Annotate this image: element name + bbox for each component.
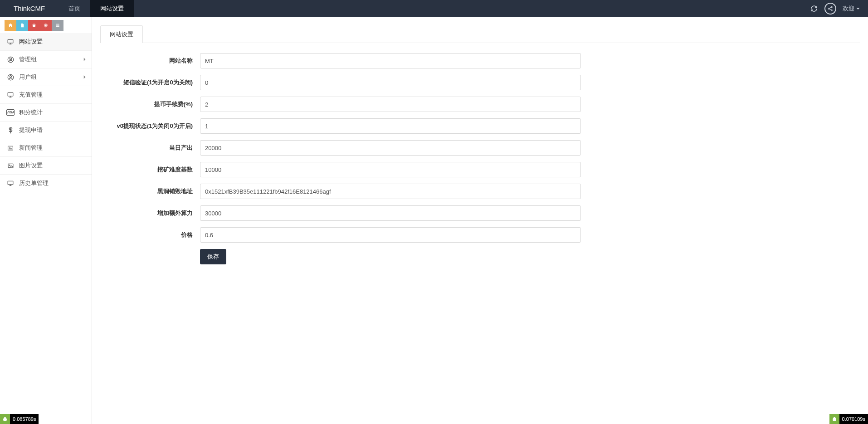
input-sms[interactable]: [200, 75, 581, 90]
label-fee: 提币手续费(%): [100, 100, 200, 108]
sidebar-item-points[interactable]: VISA 积分统计: [0, 103, 92, 121]
sidebar-item-site-settings[interactable]: 网站设置: [0, 33, 92, 50]
form-row: 网站名称: [100, 53, 608, 68]
user-menu-label: 欢迎: [843, 5, 854, 13]
svg-point-2: [831, 10, 833, 11]
image-icon: [6, 162, 15, 169]
svg-rect-25: [8, 181, 13, 185]
brand-logo[interactable]: ThinkCMF: [0, 0, 59, 17]
sidebar-item-news[interactable]: 新闻管理: [0, 139, 92, 156]
sidebar-menu: 网站设置 管理组 用户组 充值管理 VISA 积分统计: [0, 33, 92, 192]
save-button[interactable]: 保存: [200, 249, 226, 264]
input-extra-hash[interactable]: [200, 205, 581, 221]
sidebar-item-history[interactable]: 历史单管理: [0, 174, 92, 192]
label-extra-hash: 增加额外算力: [100, 209, 200, 217]
svg-rect-6: [56, 24, 59, 24]
caret-down-icon: [856, 8, 860, 10]
label-burn-address: 黑洞销毁地址: [100, 187, 200, 195]
user-circle-icon: [6, 56, 15, 63]
toolbar-gear-button[interactable]: [40, 20, 52, 31]
sidebar-item-recharge[interactable]: 充值管理: [0, 86, 92, 103]
refresh-icon[interactable]: [810, 5, 818, 13]
input-burn-address[interactable]: [200, 184, 581, 199]
svg-rect-9: [8, 39, 13, 43]
label-price: 价格: [100, 231, 200, 239]
svg-line-3: [829, 7, 831, 8]
sidebar-item-images[interactable]: 图片设置: [0, 156, 92, 174]
chevron-right-icon: [83, 75, 86, 79]
news-icon: [6, 145, 15, 151]
sidebar-item-label: 历史单管理: [19, 179, 49, 187]
svg-line-4: [829, 9, 831, 10]
svg-rect-23: [8, 164, 13, 168]
nav-home[interactable]: 首页: [59, 0, 90, 17]
label-sms: 短信验证(1为开启0为关闭): [100, 78, 200, 87]
toolbar-home-button[interactable]: [5, 20, 16, 31]
sidebar-item-label: 新闻管理: [19, 144, 43, 152]
sidebar-item-label: 网站设置: [19, 38, 43, 46]
input-fee[interactable]: [200, 97, 581, 112]
svg-point-1: [831, 6, 833, 8]
label-v0: v0提现状态(1为关闭0为开启): [100, 122, 200, 130]
tabs: 网站设置: [100, 25, 860, 43]
sidebar-item-label: 用户组: [19, 73, 37, 81]
chevron-right-icon: [83, 57, 86, 62]
settings-form: 网站名称 短信验证(1为开启0为关闭) 提币手续费(%) v0提现状态(1为关闭…: [100, 53, 608, 264]
leaf-icon: [0, 414, 10, 424]
monitor-icon: [6, 92, 15, 98]
debug-timer-right: 0.070109s: [829, 414, 868, 424]
label-daily: 当日产出: [100, 144, 200, 152]
main-content: 网站设置 网站名称 短信验证(1为开启0为关闭) 提币手续费(%) v0提现状态…: [92, 17, 868, 424]
nav-settings[interactable]: 网站设置: [90, 0, 134, 17]
input-site-name[interactable]: [200, 53, 581, 68]
debug-timer-value: 0.070109s: [839, 414, 868, 424]
form-row: 增加额外算力: [100, 205, 608, 221]
form-row: 短信验证(1为开启0为关闭): [100, 75, 608, 90]
sidebar-item-label: 提现申请: [19, 126, 43, 134]
leaf-icon: [829, 414, 839, 424]
toolbar-file-button[interactable]: [16, 20, 28, 31]
navbar-right: 欢迎: [810, 0, 868, 17]
monitor-icon: [6, 39, 15, 45]
sidebar-item-admin-group[interactable]: 管理组: [0, 50, 92, 68]
svg-point-13: [10, 58, 11, 59]
svg-rect-16: [8, 93, 13, 96]
label-difficulty: 挖矿难度基数: [100, 166, 200, 174]
share-icon[interactable]: [824, 3, 836, 15]
top-navbar: ThinkCMF 首页 网站设置 欢迎: [0, 0, 868, 17]
form-row: 当日产出: [100, 140, 608, 156]
debug-timer-value: 0.085789s: [10, 414, 39, 424]
label-site-name: 网站名称: [100, 57, 200, 65]
form-row: 价格: [100, 227, 608, 243]
input-price[interactable]: [200, 227, 581, 243]
monitor-icon: [6, 180, 15, 186]
visa-icon: VISA: [6, 109, 15, 116]
input-daily[interactable]: [200, 140, 581, 156]
form-row: 挖矿难度基数: [100, 162, 608, 177]
input-difficulty[interactable]: [200, 162, 581, 177]
sidebar-toolbar: [0, 17, 92, 33]
sidebar: 网站设置 管理组 用户组 充值管理 VISA 积分统计: [0, 17, 92, 424]
toolbar-list-button[interactable]: [52, 20, 63, 31]
form-row: 黑洞销毁地址: [100, 184, 608, 199]
debug-timer-left: 0.085789s: [0, 414, 39, 424]
user-circle-icon: [6, 74, 15, 80]
svg-point-0: [828, 8, 829, 10]
sidebar-item-withdraw[interactable]: 提现申请: [0, 121, 92, 139]
toolbar-trash-button[interactable]: [28, 20, 40, 31]
svg-rect-7: [56, 25, 59, 25]
sidebar-item-user-group[interactable]: 用户组: [0, 68, 92, 86]
svg-point-24: [9, 165, 10, 166]
dollar-icon: [6, 127, 15, 133]
tab-site-settings[interactable]: 网站设置: [100, 25, 143, 43]
sidebar-item-label: 管理组: [19, 55, 37, 63]
sidebar-item-label: 充值管理: [19, 91, 43, 99]
user-menu[interactable]: 欢迎: [843, 5, 860, 13]
sidebar-item-label: 图片设置: [19, 161, 43, 170]
svg-rect-8: [56, 26, 59, 27]
top-nav: 首页 网站设置: [59, 0, 134, 17]
sidebar-item-label: 积分统计: [19, 108, 43, 117]
svg-point-15: [10, 75, 11, 77]
form-row: 提币手续费(%): [100, 97, 608, 112]
input-v0[interactable]: [200, 118, 581, 134]
